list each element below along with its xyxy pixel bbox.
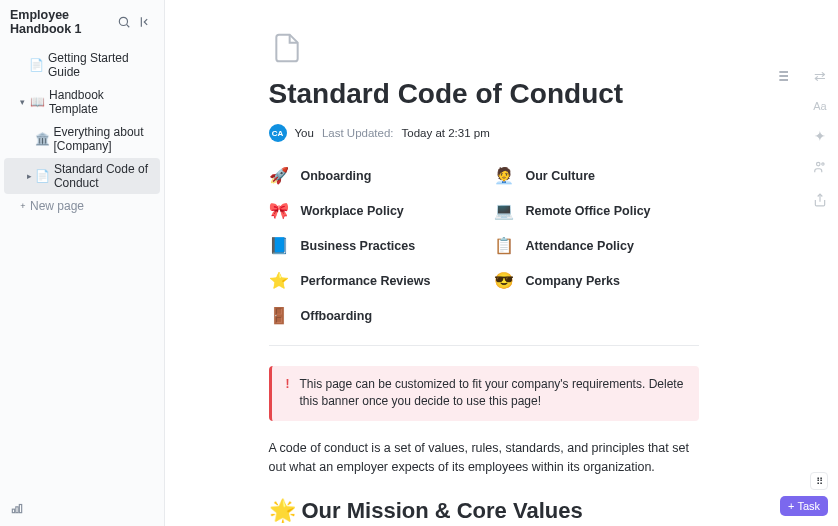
toc-label: Business Practices <box>301 239 416 253</box>
toc-label: Offboarding <box>301 309 373 323</box>
info-banner[interactable]: ! This page can be customized to fit you… <box>269 366 699 421</box>
new-page-button[interactable]: + New page <box>4 195 160 217</box>
share-icon[interactable] <box>813 193 827 210</box>
plus-icon: + <box>788 500 794 512</box>
svg-point-13 <box>822 163 824 165</box>
tree-item-getting-started[interactable]: 📄 Getting Started Guide <box>4 47 160 83</box>
swap-icon[interactable]: ⇄ <box>814 68 826 84</box>
outline-toggle-icon[interactable] <box>774 68 790 87</box>
plus-icon: + <box>18 201 28 211</box>
svg-point-12 <box>817 162 821 166</box>
caret-right-icon[interactable]: ▸ <box>26 171 33 181</box>
search-icon[interactable] <box>116 14 132 30</box>
svg-rect-3 <box>12 509 14 513</box>
heading-emoji: 🌟 <box>269 498 296 524</box>
toc-offboarding[interactable]: 🚪Offboarding <box>269 306 474 325</box>
heading-mission-values[interactable]: 🌟 Our Mission & Core Values <box>269 498 699 524</box>
author-name[interactable]: You <box>295 127 314 139</box>
toc-label: Attendance Policy <box>526 239 634 253</box>
intro-paragraph[interactable]: A code of conduct is a set of values, ru… <box>269 439 699 477</box>
tree-item-label: Everything about [Company] <box>54 125 153 153</box>
tree-item-handbook-template[interactable]: ▾ 📖 Handbook Template <box>4 84 160 120</box>
workspace-title: Employee Handbook 1 <box>10 8 116 36</box>
svg-point-0 <box>119 17 127 25</box>
new-task-button[interactable]: + Task <box>780 496 828 516</box>
updated-label: Last Updated: <box>322 127 394 139</box>
task-label: Task <box>797 500 820 512</box>
people-icon[interactable] <box>813 160 827 177</box>
caret-down-icon[interactable]: ▾ <box>18 97 28 107</box>
toc-label: Performance Reviews <box>301 274 431 288</box>
svg-rect-5 <box>19 505 21 513</box>
toc-workplace-policy[interactable]: 🎀Workplace Policy <box>269 201 474 220</box>
doc-cover-icon[interactable] <box>269 30 305 66</box>
page-title[interactable]: Standard Code of Conduct <box>269 78 699 110</box>
svg-line-1 <box>127 25 130 28</box>
author-avatar[interactable]: CA <box>269 124 287 142</box>
page-icon: 📄 <box>29 58 44 72</box>
toc-label: Remote Office Policy <box>526 204 651 218</box>
toc-company-perks[interactable]: 😎Company Perks <box>494 271 699 290</box>
toc-attendance-policy[interactable]: 📋Attendance Policy <box>494 236 699 255</box>
updated-value: Today at 2:31 pm <box>402 127 490 139</box>
sparkle-icon[interactable]: ✦ <box>814 128 826 144</box>
page-icon: 📄 <box>35 169 50 183</box>
toc-business-practices[interactable]: 📘Business Practices <box>269 236 474 255</box>
svg-rect-4 <box>16 507 18 513</box>
toc-our-culture[interactable]: 🧑‍💼Our Culture <box>494 166 699 185</box>
toc-onboarding[interactable]: 🚀Onboarding <box>269 166 474 185</box>
toc-label: Workplace Policy <box>301 204 404 218</box>
toc-label: Onboarding <box>301 169 372 183</box>
right-rail: ⇄ Aa ✦ <box>802 0 838 526</box>
toc-label: Company Perks <box>526 274 620 288</box>
tree-item-label: Handbook Template <box>49 88 152 116</box>
tree-item-everything-about-company[interactable]: 🏛️ Everything about [Company] <box>4 121 160 157</box>
toc-grid: 🚀Onboarding 🧑‍💼Our Culture 🎀Workplace Po… <box>269 166 699 325</box>
collapse-sidebar-icon[interactable] <box>138 14 154 30</box>
font-icon[interactable]: Aa <box>813 100 826 112</box>
doc-meta: CA You Last Updated: Today at 2:31 pm <box>269 124 699 142</box>
tree-item-code-of-conduct[interactable]: ▸ 📄 Standard Code of Conduct <box>4 158 160 194</box>
building-icon: 🏛️ <box>35 132 50 146</box>
divider <box>269 345 699 346</box>
apps-grid-button[interactable]: ⠿ <box>810 472 828 490</box>
page-tree: 📄 Getting Started Guide ▾ 📖 Handbook Tem… <box>0 44 164 526</box>
toc-performance-reviews[interactable]: ⭐Performance Reviews <box>269 271 474 290</box>
tree-item-label: Standard Code of Conduct <box>54 162 152 190</box>
toc-remote-office-policy[interactable]: 💻Remote Office Policy <box>494 201 699 220</box>
heading-text: Our Mission & Core Values <box>302 498 583 524</box>
book-icon: 📖 <box>30 95 45 109</box>
tree-item-label: Getting Started Guide <box>48 51 152 79</box>
stats-icon[interactable] <box>10 501 24 518</box>
toc-label: Our Culture <box>526 169 595 183</box>
new-page-label: New page <box>30 199 84 213</box>
banner-text: This page can be customized to fit your … <box>300 376 685 411</box>
exclamation-icon: ! <box>286 376 290 411</box>
